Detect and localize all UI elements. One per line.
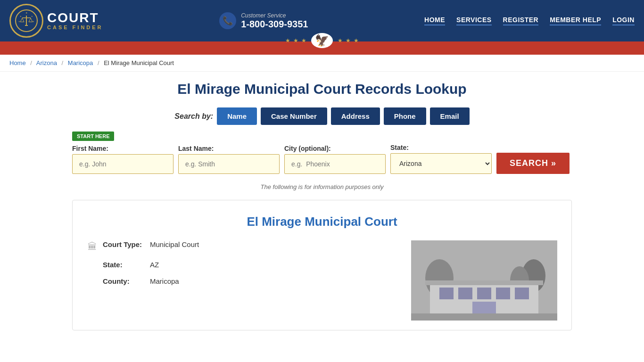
court-card-title: El Mirage Municipal Court xyxy=(87,214,557,229)
first-name-label: First Name: xyxy=(72,145,173,152)
state-label: State: xyxy=(390,144,492,151)
court-type-value: Municipal Court xyxy=(150,240,199,248)
search-button[interactable]: SEARCH » xyxy=(496,153,570,174)
breadcrumb-current: El Mirage Municipal Court xyxy=(104,59,174,66)
customer-service-text: Customer Service 1-800-309-9351 xyxy=(241,12,308,30)
county-value: Maricopa xyxy=(150,277,179,285)
city-input[interactable] xyxy=(284,154,386,174)
svg-rect-18 xyxy=(496,288,510,299)
svg-rect-7 xyxy=(22,17,31,18)
search-by-label: Search by: xyxy=(174,112,213,121)
breadcrumb-sep-1: / xyxy=(30,59,32,66)
state-group: State: Arizona xyxy=(390,144,492,174)
court-type-label: Court Type: xyxy=(103,240,145,248)
eagle-center: ★★★ 🦅 ★★★ xyxy=(285,33,359,48)
wave-banner: ★★★ 🦅 ★★★ xyxy=(0,41,644,55)
svg-rect-6 xyxy=(26,16,27,25)
last-name-input[interactable] xyxy=(178,154,280,174)
court-info-body: 🏛 Court Type: Municipal Court State: AZ … xyxy=(87,240,557,321)
phone-icon: 📞 xyxy=(219,12,236,29)
tab-email[interactable]: Email xyxy=(430,107,470,125)
tab-case-number[interactable]: Case Number xyxy=(261,107,327,125)
svg-rect-19 xyxy=(515,288,529,299)
customer-service-label: Customer Service xyxy=(241,12,308,19)
court-details: 🏛 Court Type: Municipal Court State: AZ … xyxy=(87,240,392,321)
city-group: City (optional): xyxy=(284,145,386,174)
breadcrumb-sep-2: / xyxy=(62,59,64,66)
breadcrumb-county[interactable]: Maricopa xyxy=(68,59,93,66)
svg-rect-17 xyxy=(477,288,491,299)
tab-phone[interactable]: Phone xyxy=(384,107,426,125)
logo-area[interactable]: ★ ★ ★ ★ ★ COURT CASE FINDER xyxy=(9,4,103,38)
stars-right: ★★★ xyxy=(338,37,359,44)
last-name-group: Last Name: xyxy=(178,145,280,174)
logo-case-finder-text: CASE FINDER xyxy=(47,25,103,30)
nav-member-help[interactable]: MEMBER HELP xyxy=(550,16,601,25)
tab-name[interactable]: Name xyxy=(217,107,257,125)
main-content: El Mirage Municipal Court Records Lookup… xyxy=(63,72,581,340)
breadcrumb-sep-3: / xyxy=(98,59,99,66)
search-form: First Name: Last Name: City (optional): … xyxy=(72,144,572,174)
state-value: AZ xyxy=(150,261,159,269)
nav-login[interactable]: LOGIN xyxy=(612,16,635,25)
svg-rect-16 xyxy=(458,288,472,299)
state-row: State: AZ xyxy=(87,261,392,269)
eagle-icon: 🦅 xyxy=(311,33,333,48)
breadcrumb-state[interactable]: Arizona xyxy=(36,59,57,66)
logo-text: COURT CASE FINDER xyxy=(47,11,103,30)
info-purposes-text: The following is for information purpose… xyxy=(72,183,572,190)
svg-text:★: ★ xyxy=(31,15,33,17)
state-select[interactable]: Arizona xyxy=(390,153,492,174)
nav-services[interactable]: SERVICES xyxy=(456,16,492,25)
breadcrumb-home[interactable]: Home xyxy=(9,59,26,66)
nav-register[interactable]: REGISTER xyxy=(503,16,539,25)
court-type-icon: 🏛 xyxy=(87,241,98,252)
court-image-placeholder xyxy=(411,240,557,321)
county-label: County: xyxy=(103,277,145,285)
svg-text:★: ★ xyxy=(18,20,20,23)
logo-court-text: COURT xyxy=(47,11,103,25)
first-name-group: First Name: xyxy=(72,145,173,174)
svg-rect-14 xyxy=(425,280,543,285)
customer-service: 📞 Customer Service 1-800-309-9351 xyxy=(219,12,308,30)
court-type-row: 🏛 Court Type: Municipal Court xyxy=(87,240,392,252)
court-card: El Mirage Municipal Court 🏛 Court Type: … xyxy=(72,200,572,330)
breadcrumb: Home / Arizona / Maricopa / El Mirage Mu… xyxy=(0,55,644,72)
page-title: El Mirage Municipal Court Records Lookup xyxy=(72,81,572,97)
last-name-label: Last Name: xyxy=(178,145,280,152)
nav-home[interactable]: HOME xyxy=(424,16,445,25)
svg-rect-21 xyxy=(411,313,557,321)
search-form-container: START HERE First Name: Last Name: City (… xyxy=(72,132,572,174)
main-nav: HOME SERVICES REGISTER MEMBER HELP LOGIN xyxy=(424,16,635,25)
svg-text:★: ★ xyxy=(33,20,34,23)
court-image xyxy=(411,240,557,321)
start-here-badge: START HERE xyxy=(72,132,114,141)
svg-text:★: ★ xyxy=(20,15,22,17)
county-row: County: Maricopa xyxy=(87,277,392,285)
tab-address[interactable]: Address xyxy=(331,107,380,125)
city-label: City (optional): xyxy=(284,145,386,152)
svg-rect-8 xyxy=(25,25,28,26)
first-name-input[interactable] xyxy=(72,154,173,174)
state-label-detail: State: xyxy=(103,261,145,269)
search-bar: Search by: Name Case Number Address Phon… xyxy=(72,107,572,125)
logo-circle: ★ ★ ★ ★ ★ xyxy=(9,4,43,38)
svg-rect-15 xyxy=(439,288,454,299)
customer-service-number: 1-800-309-9351 xyxy=(241,19,308,30)
stars-left: ★★★ xyxy=(285,37,306,44)
